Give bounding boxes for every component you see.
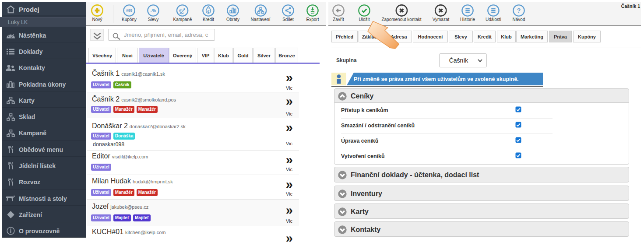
svg-text:-%: -%: [151, 8, 156, 13]
svg-text:?: ?: [517, 7, 521, 14]
svg-text:#95: #95: [126, 8, 132, 13]
svg-text:€: €: [179, 7, 183, 14]
svg-text:€: €: [207, 9, 209, 14]
svg-text:xml: xml: [311, 12, 314, 14]
